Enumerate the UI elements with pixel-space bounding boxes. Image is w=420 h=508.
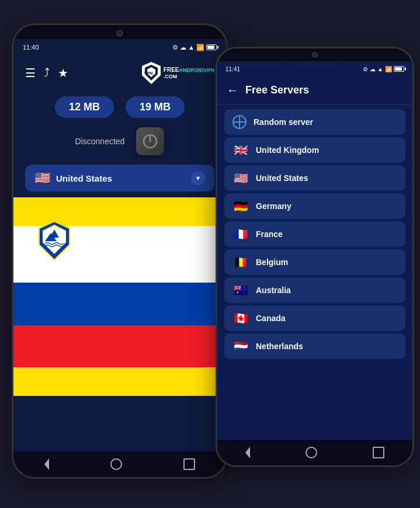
flag-stripe-red bbox=[13, 325, 226, 368]
logo-text: FREEANDROIDVPN .COM bbox=[164, 66, 214, 80]
server-item-de[interactable]: 🇩🇪 Germany bbox=[224, 193, 405, 219]
phone1-notch bbox=[79, 25, 161, 39]
server-be-flag: 🇧🇪 bbox=[232, 255, 249, 269]
cloud-icon1: ☁ bbox=[180, 44, 186, 51]
server-item-random[interactable]: Random server bbox=[224, 109, 405, 135]
server-fr-flag: 🇫🇷 bbox=[232, 227, 249, 241]
phone2-main-content: ← Free Servers Random server 🇬🇧 United K… bbox=[217, 76, 412, 440]
status-time2: 11:41 bbox=[225, 66, 240, 72]
recent-button1[interactable] bbox=[183, 458, 195, 470]
flag-stripe-yellow-bottom bbox=[13, 367, 226, 396]
nav-bar1: ☰ ⤴ ★ VPN FREEANDROIDVPN .COM bbox=[13, 55, 226, 91]
phone2-camera bbox=[312, 52, 318, 58]
server-item-ca[interactable]: 🇨🇦 Canada bbox=[224, 305, 405, 331]
server-nl-flag: 🇳🇱 bbox=[232, 339, 249, 353]
server-us-name: United States bbox=[256, 173, 308, 183]
chevron-down-icon: ▾ bbox=[191, 171, 205, 185]
phone2-bottom-bar bbox=[217, 440, 412, 465]
wifi-icon2: ▲ bbox=[377, 66, 383, 72]
flag-stripe-white: ★ ★ ★ bbox=[13, 226, 226, 283]
signal-icon1: 📶 bbox=[196, 44, 204, 51]
server-uk-flag: 🇬🇧 bbox=[232, 143, 249, 157]
disconnect-label: Disconnected bbox=[75, 137, 125, 146]
server-name: United States bbox=[56, 173, 185, 183]
server-uk-name: United Kingdom bbox=[256, 145, 319, 155]
back-arrow-button[interactable]: ← bbox=[227, 83, 238, 97]
server-item-nl[interactable]: 🇳🇱 Netherlands bbox=[224, 333, 405, 359]
status-icons1: ⚙ ☁ ▲ 📶 bbox=[172, 44, 217, 51]
back-button2[interactable] bbox=[245, 447, 250, 458]
server-item-fr[interactable]: 🇫🇷 France bbox=[224, 221, 405, 247]
menu-icon[interactable]: ☰ bbox=[25, 66, 36, 80]
disconnect-row: Disconnected bbox=[13, 124, 226, 161]
server-list: Random server 🇬🇧 United Kingdom 🇺🇸 Unite… bbox=[217, 105, 412, 364]
home-button1[interactable] bbox=[110, 458, 122, 470]
server-ca-flag: 🇨🇦 bbox=[232, 311, 249, 325]
power-icon bbox=[142, 133, 158, 149]
phone1-main-content: ☰ ⤴ ★ VPN FREEANDROIDVPN .COM 12 MB 19 M… bbox=[13, 55, 226, 451]
flag-display: ★ ★ ★ bbox=[13, 197, 226, 396]
settings-icon2: ⚙ bbox=[363, 66, 368, 72]
logo-com: .COM bbox=[164, 74, 214, 80]
server-item-us[interactable]: 🇺🇸 United States bbox=[224, 165, 405, 191]
phone2: 11:41 ⚙ ☁ ▲ 📶 ← Free Servers Random serv… bbox=[216, 47, 414, 467]
phone2-notch bbox=[280, 48, 350, 61]
signal-icon2: 📶 bbox=[385, 66, 392, 72]
server-nl-name: Netherlands bbox=[256, 342, 303, 351]
server-random-name: Random server bbox=[254, 117, 313, 127]
power-button[interactable] bbox=[136, 127, 164, 155]
server-item-be[interactable]: 🇧🇪 Belgium bbox=[224, 249, 405, 275]
phone1-camera bbox=[116, 30, 123, 37]
battery-icon1 bbox=[206, 44, 217, 50]
flag-stripe-blue bbox=[13, 283, 226, 325]
server-fr-name: France bbox=[256, 229, 283, 239]
server-de-flag: 🇩🇪 bbox=[232, 199, 249, 213]
home-button2[interactable] bbox=[306, 447, 317, 458]
cloud-icon2: ☁ bbox=[370, 66, 376, 72]
server-flag: 🇺🇸 bbox=[34, 171, 50, 186]
globe-icon bbox=[232, 115, 247, 129]
server-item-uk[interactable]: 🇬🇧 United Kingdom bbox=[224, 137, 405, 163]
phone1-bottom-bar bbox=[13, 451, 226, 477]
server-item-au[interactable]: 🇦🇺 Australia bbox=[224, 277, 405, 303]
settings-icon1: ⚙ bbox=[172, 44, 178, 51]
svg-text:VPN: VPN bbox=[144, 71, 152, 75]
download-badge: 12 MB bbox=[55, 96, 114, 118]
servers-title: Free Servers bbox=[245, 84, 309, 96]
status-icons2: ⚙ ☁ ▲ 📶 bbox=[363, 66, 404, 72]
app-logo: VPN FREEANDROIDVPN .COM bbox=[141, 61, 214, 85]
wifi-icon1: ▲ bbox=[188, 44, 195, 51]
server-ca-name: Canada bbox=[256, 314, 286, 323]
battery-icon2 bbox=[394, 66, 404, 72]
server-us-flag: 🇺🇸 bbox=[232, 171, 249, 185]
back-button1[interactable] bbox=[44, 458, 49, 470]
servers-header: ← Free Servers bbox=[217, 76, 412, 105]
share-icon[interactable]: ⤴ bbox=[44, 66, 50, 80]
server-selector[interactable]: 🇺🇸 United States ▾ bbox=[25, 165, 214, 192]
status-time1: 11:40 bbox=[23, 44, 39, 51]
slovenia-emblem: ★ ★ ★ bbox=[37, 220, 72, 261]
status-bar2: 11:41 ⚙ ☁ ▲ 📶 bbox=[217, 61, 412, 76]
phone1: 11:40 ⚙ ☁ ▲ 📶 ☰ ⤴ ★ VPN bbox=[12, 23, 228, 479]
server-au-name: Australia bbox=[256, 286, 291, 295]
stats-row: 12 MB 19 MB bbox=[13, 91, 226, 124]
logo-free: FREE bbox=[164, 67, 179, 73]
upload-badge: 19 MB bbox=[126, 96, 185, 118]
recent-button2[interactable] bbox=[373, 447, 384, 458]
status-bar1: 11:40 ⚙ ☁ ▲ 📶 bbox=[13, 39, 226, 55]
server-be-name: Belgium bbox=[256, 258, 288, 267]
logo-shield-icon: VPN bbox=[141, 61, 161, 85]
logo-android: ANDROIDVPN bbox=[179, 67, 214, 73]
server-au-flag: 🇦🇺 bbox=[232, 283, 249, 297]
favorite-icon[interactable]: ★ bbox=[58, 66, 68, 80]
server-de-name: Germany bbox=[256, 201, 291, 211]
svg-text:★: ★ bbox=[57, 226, 60, 230]
